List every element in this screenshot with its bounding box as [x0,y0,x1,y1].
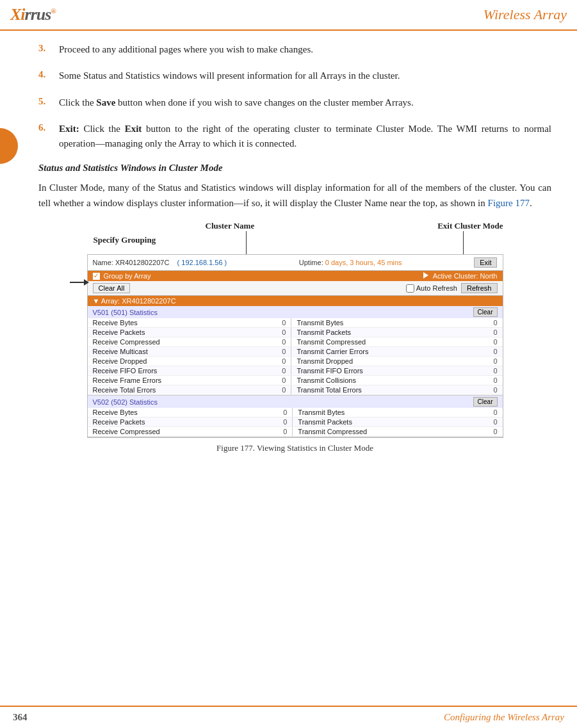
rx-label-0-6: Receive Frame Errors [88,376,266,385]
footer-section-title: Configuring the Wireless Array [444,712,564,723]
tx-value-0-5: 0 [477,366,503,376]
section-title: Status and Statistics Windows in Cluster… [38,163,551,174]
stats-clear-button-1[interactable]: Clear [473,397,498,407]
tx-label-0-4: Transmit Dropped [291,357,477,366]
tx-value-0-6: 0 [477,376,503,385]
tx-value-1-0: 0 [477,408,503,417]
list-text-4: Some Status and Statistics windows will … [59,69,551,83]
table-row: Receive Multicast 0 Transmit Carrier Err… [88,347,503,357]
rx-label-0-5: Receive FIFO Errors [88,366,266,376]
active-cluster-arrow-icon [423,272,428,279]
stats-table-1: Receive Bytes 0 Transmit Bytes 0Receive … [88,408,503,437]
list-text-6: Exit: Click the Exit button to the right… [59,122,551,152]
rx-value-0-0: 0 [266,318,291,328]
rx-label-0-0: Receive Bytes [88,318,266,328]
rx-value-0-4: 0 [266,357,291,366]
tx-label-0-7: Transmit Total Errors [291,385,477,395]
table-row: Receive Packets 0 Transmit Packets 0 [88,417,503,427]
rx-label-0-4: Receive Dropped [88,357,266,366]
stats-section-header-1: V502 (502) Statistics Clear [88,396,503,408]
table-row: Receive Compressed 0 Transmit Compressed… [88,427,503,437]
tx-label-0-6: Transmit Collisions [291,376,477,385]
exit-button[interactable]: Exit [474,257,497,268]
table-row: Receive Frame Errors 0 Transmit Collisio… [88,376,503,385]
rx-label-0-7: Receive Total Errors [88,385,266,395]
rx-label-0-2: Receive Compressed [88,337,266,347]
tx-value-0-4: 0 [477,357,503,366]
table-row: Receive Bytes 0 Transmit Bytes 0 [88,318,503,328]
active-cluster-label: Active Cluster: North [433,272,498,280]
rx-label-1-2: Receive Compressed [88,427,267,437]
auto-refresh-checkbox[interactable] [406,284,414,293]
wmi-panel: Name: XR4012802207C ( 192.168.1.56 ) Upt… [87,254,503,438]
list-text-5: Click the Save button when done if you w… [59,95,551,110]
stats-section-0: V501 (501) Statistics ClearReceive Bytes… [88,306,503,396]
tx-label-1-2: Transmit Compressed [293,427,477,437]
group-by-array-label: Group by Array [104,272,151,280]
specify-arrow-indicator [70,279,89,286]
rx-label-1-0: Receive Bytes [88,408,267,417]
logo: Xirrus® [10,5,56,24]
list-text-3: Proceed to any additional pages where yo… [59,42,551,57]
page-footer: 364 Configuring the Wireless Array [0,706,577,728]
figure-container: Specify Grouping Cluster Name Exit Clust… [87,221,503,453]
stats-clear-button-0[interactable]: Clear [473,307,498,317]
tx-value-1-1: 0 [477,417,503,427]
table-row: Receive Compressed 0 Transmit Compressed… [88,337,503,347]
tx-label-0-0: Transmit Bytes [291,318,477,328]
annotations-row: Specify Grouping Cluster Name Exit Clust… [87,221,503,253]
rx-value-0-3: 0 [266,347,291,357]
tx-value-0-2: 0 [477,337,503,347]
stats-section-title-1: V502 (502) Statistics [93,398,158,406]
figure-link[interactable]: Figure 177 [488,198,530,208]
list-item-3: 3. Proceed to any additional pages where… [38,42,551,57]
auto-refresh-label: Auto Refresh [406,284,457,293]
tx-value-0-7: 0 [477,385,503,395]
wmi-toolbar: Clear All Auto Refresh Refresh [88,281,503,296]
auto-refresh-area: Auto Refresh Refresh [406,283,498,293]
tx-value-0-3: 0 [477,347,503,357]
list-num-5: 5. [38,95,59,107]
figure-caption: Figure 177. Viewing Statistics in Cluste… [87,443,503,453]
list-num-6: 6. [38,122,59,133]
rx-label-0-1: Receive Packets [88,328,266,337]
tx-label-1-1: Transmit Packets [293,417,477,427]
active-cluster-indicator: Active Cluster: North [423,272,497,280]
table-row: Receive Total Errors 0 Transmit Total Er… [88,385,503,395]
stats-table-0: Receive Bytes 0 Transmit Bytes 0Receive … [88,318,503,395]
stats-section-1: V502 (502) Statistics ClearReceive Bytes… [88,396,503,437]
tx-value-1-2: 0 [477,427,503,437]
rx-value-1-1: 0 [267,417,293,427]
cluster-arrow-line [246,231,247,255]
exit-arrow-line [463,231,464,255]
rx-value-0-6: 0 [266,376,291,385]
stats-section-header-0: V501 (501) Statistics Clear [88,306,503,318]
rx-label-1-1: Receive Packets [88,417,267,427]
list-num-4: 4. [38,69,59,80]
rx-value-0-1: 0 [266,328,291,337]
clear-all-button[interactable]: Clear All [93,283,131,293]
rx-value-0-7: 0 [266,385,291,395]
wmi-uptime: Uptime: 0 days, 3 hours, 45 mins [299,259,402,266]
group-by-array-checkbox[interactable] [93,273,100,280]
list-item-5: 5. Click the Save button when done if yo… [38,95,551,110]
wmi-name: Name: XR4012802207C ( 192.168.1.56 ) [93,259,227,266]
table-row: Receive Bytes 0 Transmit Bytes 0 [88,408,503,417]
main-content: 3. Proceed to any additional pages where… [0,31,577,471]
tx-label-0-5: Transmit FIFO Errors [291,366,477,376]
table-row: Receive FIFO Errors 0 Transmit FIFO Erro… [88,366,503,376]
stats-section-title-0: V501 (501) Statistics [93,309,158,316]
group-by-array-bar: Group by Array Active Cluster: North [88,271,503,281]
tx-value-0-0: 0 [477,318,503,328]
refresh-button[interactable]: Refresh [461,283,498,293]
rx-value-1-2: 0 [267,427,293,437]
tx-value-0-1: 0 [477,328,503,337]
list-item-6: 6. Exit: Click the Exit button to the ri… [38,122,551,152]
rx-value-0-5: 0 [266,366,291,376]
tx-label-0-3: Transmit Carrier Errors [291,347,477,357]
header-title: Wireless Array [484,6,567,23]
annotation-specify-grouping: Specify Grouping [93,235,156,245]
table-row: Receive Dropped 0 Transmit Dropped 0 [88,357,503,366]
rx-value-0-2: 0 [266,337,291,347]
table-row: Receive Packets 0 Transmit Packets 0 [88,328,503,337]
